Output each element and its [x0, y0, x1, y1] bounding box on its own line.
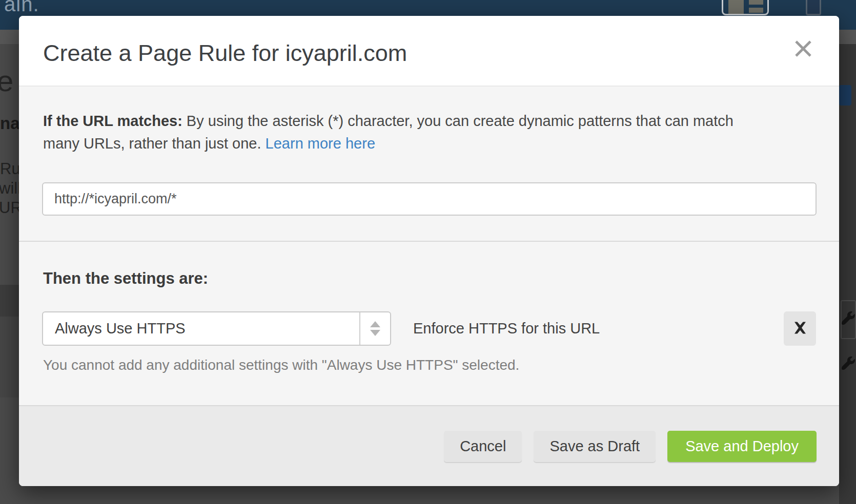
url-match-text-line1: By using the asterisk (*) character, you… [187, 113, 733, 129]
wrench-icon [842, 311, 855, 327]
background-text-fragment: Ru [0, 160, 21, 178]
url-pattern-input[interactable] [42, 182, 817, 216]
screen: ain. e nav Ru will UR Create a Page Rule… [0, 0, 856, 504]
setting-select-value: Always Use HTTPS [43, 320, 359, 337]
section-divider [19, 241, 839, 242]
learn-more-link[interactable]: Learn more here [266, 135, 375, 152]
background-text-fragment-domain: ain. [4, 0, 39, 16]
close-x-icon [794, 39, 812, 60]
layout-icon-square [728, 0, 744, 14]
url-match-label: If the URL matches: [43, 113, 182, 129]
background-text-fragment: will [0, 179, 21, 198]
remove-setting-button[interactable] [784, 311, 816, 346]
url-match-text-line2: many URLs, rather than just one. [43, 135, 261, 152]
create-page-rule-dialog: Create a Page Rule for icyapril.com If t… [19, 16, 839, 486]
settings-heading: Then the settings are: [43, 269, 208, 288]
layout-icon-bar [749, 0, 763, 5]
dialog-header: Create a Page Rule for icyapril.com [19, 16, 839, 87]
background-table-band [0, 317, 19, 397]
cancel-button[interactable]: Cancel [444, 431, 522, 462]
close-button[interactable] [793, 39, 813, 60]
dialog-footer: Cancel Save as Draft Save and Deploy [19, 405, 839, 486]
heavy-x-icon [793, 321, 807, 337]
background-right-strip [839, 44, 856, 504]
settings-note: You cannot add any additional settings w… [43, 357, 519, 373]
setting-description: Enforce HTTPS for this URL [413, 311, 600, 346]
background-layout-icon [722, 0, 769, 15]
save-and-deploy-button[interactable]: Save and Deploy [667, 431, 817, 462]
wrench-icon [842, 356, 855, 372]
up-down-arrows-icon[interactable] [359, 312, 390, 345]
setting-select[interactable]: Always Use HTTPS [42, 311, 391, 346]
background-table-band [0, 285, 19, 317]
url-match-description: If the URL matches: By using the asteris… [43, 110, 733, 155]
layout-icon-bar [749, 8, 763, 13]
background-panel-icon [806, 0, 821, 15]
arrow-up-icon [370, 321, 380, 327]
save-as-draft-button[interactable]: Save as Draft [534, 431, 656, 462]
dialog-title: Create a Page Rule for icyapril.com [43, 40, 407, 67]
background-blue-button-edge [839, 85, 851, 106]
background-text-fragment: e [0, 64, 13, 98]
arrow-down-icon [370, 330, 380, 336]
